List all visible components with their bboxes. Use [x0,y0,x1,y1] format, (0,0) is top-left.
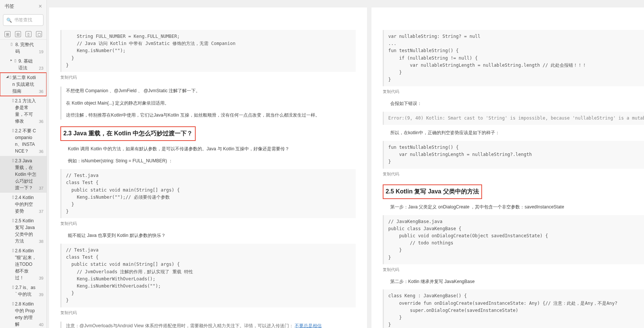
heading-2-3: 2.3 Java 重载，在 Kotlin 中怎么巧妙过渡一下？ [60,126,356,141]
paragraph: 第一步：Java 父类定义 onDialogCreate ，其中包含一个非空参数… [390,203,644,211]
page-right: var nullableString: String? = null ... f… [371,7,644,328]
bookmark-tree: ▯8. 完整代码19▸▯9. 基础语法23◢▯第二章 Kotlin 实战避坑指南… [0,40,46,328]
bookmark-glyph-icon: ▯ [10,41,15,47]
bookmark-page: 19 [37,49,43,55]
bookmark-item[interactable]: ▯2.1 方法入参是常量，不可修改36 [0,96,46,126]
bookmark-page: 36 [37,148,43,155]
bookmark-item[interactable]: ▯2.3 Java 重载，在 Kotlin 中怎么巧妙过渡一下？37 [0,156,46,193]
copy-code-label[interactable]: 复制代码 [60,309,356,317]
search-icon: 🔍 [6,18,12,23]
code-block: class Keng : JavaKengBase() { override f… [383,289,644,328]
heading-highlight: 2.3 Java 重载，在 Kotlin 中怎么巧妙过渡一下？ [60,126,196,141]
bookmark-label: 8. 完整代码 [15,41,37,55]
paragraph: 所以，在kotlin中，正确的判空姿势应该是如下的样子： [390,129,644,137]
bookmark-label: 2.2 不要 Companion、INSTANCE？ [15,127,37,154]
bookmark-label: 2.5 Kotlin 复写 Java 父类中的方法 [15,217,37,244]
collapse-icon[interactable]: ⊟ [15,31,21,37]
copy-code-label[interactable]: 复制代码 [60,73,356,81]
bookmark-item[interactable]: ▯2.6 Kotlin "狠"起来，连TODO都不放过！39 [0,246,46,283]
bookmark-glyph-icon: ▯ [12,157,14,163]
bookmarks-sidebar: 书签 × 🔍 书签查找 ⊞ ⊟ ▯ ▢ ▯8. 完整代码19▸▯9. 基础语法2… [0,0,47,328]
heading-2-5: 2.5 Kotlin 复写 Java 父类中的方法 [383,184,644,199]
bookmark-label: 2.8 Kotlin 中的 Property 的理解 [15,301,37,328]
close-icon[interactable]: × [39,3,42,10]
bookmark-page: 39 [37,275,43,282]
bookmark-glyph-icon: ▯ [12,127,14,133]
code-block: var nullableString: String? = null ... f… [383,30,644,86]
expand-icon[interactable]: ⊞ [4,31,10,37]
quote-block: 不想使用 Companion 、@JvmField 、 @JvmStatic 注… [60,87,356,120]
bookmark-page: 37 [37,208,43,215]
bookmark-item[interactable]: ▯2.5 Kotlin 复写 Java 父类中的方法38 [0,216,46,246]
copy-code-label[interactable]: 复制代码 [383,266,644,274]
bookmark-page: 40 [37,322,43,328]
bookmark-item[interactable]: ▯8. 完整代码19 [0,40,46,56]
quote-line: 这些注解，特别推荐在Kotlin中使用，它们让Java与Kotlin 互操，如丝… [66,111,356,120]
bookmark-page: 37 [37,185,43,192]
sidebar-title: 书签 [4,3,14,10]
bookmark-item[interactable]: ◢▯第二章 Kotlin 实战避坑指南36 [0,73,46,96]
bookmark-item[interactable]: ▯2.4 Kotlin 中的判空姿势37 [0,193,46,216]
quote-line: 在 Kotlin object Main{...} 定义的静态对象依旧适用。 [66,99,356,108]
arrow-icon: ◢ [6,74,9,79]
bookmark-item[interactable]: ▸▯9. 基础语法23 [0,56,46,73]
bookmark-label: 2.1 方法入参是常量，不可修改 [15,97,37,124]
error-block: Error:(9, 40) Kotlin: Smart cast to 'Str… [383,112,644,125]
paragraph: 例如：isNumber(string: String = FULL_NUMBER… [68,157,356,165]
sidebar-header: 书签 × [0,0,46,13]
bookmark-glyph-icon: ▯ [12,217,14,223]
arrow-icon: ▸ [10,58,13,63]
bookmark-page: 23 [37,65,43,72]
quote-block: 注意：@JvmOverloads与Android View 体系控件搭配使用时，… [60,322,356,328]
code-block: // JavaKengBase.java public class JavaKe… [383,215,644,264]
paragraph: 第二步：Kotlin 继承并复写 JavaKengBase [390,277,644,286]
quote-line: 不想使用 Companion 、@JvmField 、 @JvmStatic 注… [66,87,356,95]
bookmark-label: 9. 基础语法 [18,58,36,71]
bookmark-label: 第二章 Kotlin 实战避坑指南 [12,74,37,94]
heading-highlight: 2.5 Kotlin 复写 Java 父类中的方法 [383,184,482,199]
paragraph: 会报如下错误： [390,99,644,108]
bookmark-page: 38 [37,238,43,245]
bookmark-glyph-icon: ▯ [12,284,15,290]
bookmark-page: 36 [37,88,43,95]
bookmark-page: 39 [37,292,43,298]
bookmark-page: 36 [37,118,43,125]
bookmark-item[interactable]: ▯2.2 不要 Companion、INSTANCE？36 [0,126,46,156]
search-input[interactable]: 🔍 书签查找 [3,14,43,26]
code-block: // Test.java class Test { public static … [60,169,356,218]
bookmark-glyph-icon: ▯ [12,194,14,200]
search-placeholder: 书签查找 [14,17,32,23]
code-block: // Test.java class Test { public static … [60,244,356,307]
bookmark-glyph-icon: ▯ [9,74,12,80]
bookmark-glyph-icon: ▯ [12,247,14,253]
copy-code-label[interactable]: 复制代码 [60,220,356,228]
bookmark-label: 2.4 Kotlin 中的判空姿势 [15,194,37,214]
page-left: String FULL_NUMBER = Keng.FULL_NUMBER; /… [49,7,367,328]
bookmark-glyph-icon: ▯ [12,97,14,103]
code-block: fun testNullableString() { var nullableS… [383,141,644,169]
bookmark-outline-icon[interactable]: ▢ [36,31,42,37]
sidebar-toolbar: ⊞ ⊟ ▯ ▢ [0,29,46,40]
quote-text: 注意：@JvmOverloads与Android View 体系控件搭配使用时，… [66,323,294,328]
bookmark-icon[interactable]: ▯ [25,31,31,37]
bookmark-label: 2.3 Java 重载，在 Kotlin 中怎么巧妙过渡一下？ [15,157,37,191]
copy-code-label[interactable]: 复制代码 [383,170,644,178]
bookmark-label: 2.6 Kotlin "狠"起来，连TODO都不放过！ [15,247,37,281]
bookmark-item[interactable]: ▯2.7 is、as` 中的坑39 [0,283,46,299]
copy-code-label[interactable]: 复制代码 [383,88,644,96]
code-block: String FULL_NUMBER = Keng.FULL_NUMBER; /… [60,30,356,72]
bookmark-glyph-icon: ▯ [12,301,14,306]
bookmark-item[interactable]: ▯2.8 Kotlin 中的 Property 的理解40 [0,299,46,328]
document-viewer: String FULL_NUMBER = Keng.FULL_NUMBER; /… [47,0,644,328]
paragraph: Kotlin 调用 Kotlin 中的方法，如果有默认参数，是可以不传递参数的。… [68,145,356,153]
bookmark-glyph-icon: ▯ [14,58,18,63]
paragraph: 能不能让 Java 也享受到 Kotlin 默认参数的快乐？ [68,231,356,240]
bookmark-label: 2.7 is、as` 中的坑 [15,284,37,298]
